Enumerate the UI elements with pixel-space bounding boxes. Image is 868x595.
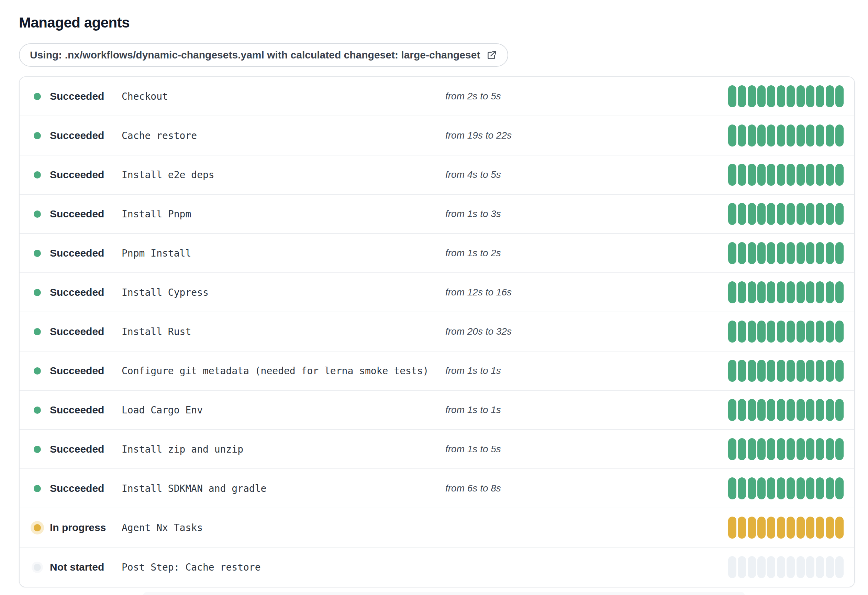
agent-segment[interactable] xyxy=(767,164,775,186)
agent-segment[interactable] xyxy=(767,281,775,303)
agent-segment[interactable] xyxy=(836,556,844,578)
agent-segment[interactable] xyxy=(787,477,795,499)
agent-segment[interactable] xyxy=(757,360,766,382)
agent-segment[interactable] xyxy=(757,242,766,264)
agent-segment[interactable] xyxy=(757,281,766,303)
agent-segment[interactable] xyxy=(797,321,805,343)
agent-segment[interactable] xyxy=(777,242,785,264)
agent-segment[interactable] xyxy=(767,85,775,107)
agent-segment[interactable] xyxy=(777,517,785,539)
agent-segment[interactable] xyxy=(806,477,814,499)
agent-segment[interactable] xyxy=(826,517,834,539)
agent-segment[interactable] xyxy=(787,85,795,107)
agent-segment[interactable] xyxy=(767,438,775,460)
agent-segment[interactable] xyxy=(787,517,795,539)
agent-segment[interactable] xyxy=(738,85,746,107)
agent-segment[interactable] xyxy=(787,556,795,578)
agent-segment[interactable] xyxy=(826,85,834,107)
agent-segment[interactable] xyxy=(728,556,737,578)
agent-segment[interactable] xyxy=(836,399,844,421)
agent-segment[interactable] xyxy=(748,399,756,421)
agent-segment[interactable] xyxy=(826,321,834,343)
agent-segment[interactable] xyxy=(826,164,834,186)
agent-segment[interactable] xyxy=(826,242,834,264)
agent-segment[interactable] xyxy=(836,85,844,107)
agent-segment[interactable] xyxy=(787,321,795,343)
agent-segment[interactable] xyxy=(797,556,805,578)
agent-segment[interactable] xyxy=(806,164,814,186)
agent-segment[interactable] xyxy=(738,556,746,578)
agent-segment[interactable] xyxy=(836,517,844,539)
agent-segment[interactable] xyxy=(816,281,824,303)
agent-segment[interactable] xyxy=(797,438,805,460)
agent-segment[interactable] xyxy=(816,556,824,578)
agent-segment[interactable] xyxy=(748,281,756,303)
agent-step-row[interactable]: Succeeded Checkout from 2s to 5s xyxy=(19,77,854,116)
agent-segment[interactable] xyxy=(816,360,824,382)
agent-segment[interactable] xyxy=(728,242,737,264)
agent-segment[interactable] xyxy=(836,203,844,225)
agent-segment[interactable] xyxy=(777,281,785,303)
agent-segment[interactable] xyxy=(797,399,805,421)
agent-segment[interactable] xyxy=(748,242,756,264)
agent-segment[interactable] xyxy=(767,242,775,264)
agent-segment[interactable] xyxy=(728,517,737,539)
agent-segment[interactable] xyxy=(836,164,844,186)
agent-segment[interactable] xyxy=(806,281,814,303)
agent-segment[interactable] xyxy=(738,517,746,539)
agent-segment[interactable] xyxy=(757,517,766,539)
agent-segment[interactable] xyxy=(738,360,746,382)
agent-segment[interactable] xyxy=(777,360,785,382)
agent-step-row[interactable]: Succeeded Load Cargo Env from 1s to 1s xyxy=(19,391,854,430)
agent-step-row[interactable]: Succeeded Pnpm Install from 1s to 2s xyxy=(19,234,854,273)
agent-segment[interactable] xyxy=(816,438,824,460)
agent-segment[interactable] xyxy=(728,399,737,421)
agent-segment[interactable] xyxy=(777,321,785,343)
agent-segment[interactable] xyxy=(816,399,824,421)
agent-segment[interactable] xyxy=(826,399,834,421)
agent-segment[interactable] xyxy=(767,477,775,499)
agent-segment[interactable] xyxy=(836,281,844,303)
agent-segment[interactable] xyxy=(797,85,805,107)
agent-segment[interactable] xyxy=(826,556,834,578)
agent-segment[interactable] xyxy=(738,203,746,225)
agent-segment[interactable] xyxy=(777,85,785,107)
agent-segment[interactable] xyxy=(748,203,756,225)
agent-segment[interactable] xyxy=(777,124,785,147)
agent-segment[interactable] xyxy=(787,124,795,147)
agent-segment[interactable] xyxy=(777,438,785,460)
agent-segment[interactable] xyxy=(787,360,795,382)
agent-segment[interactable] xyxy=(826,360,834,382)
agent-segment[interactable] xyxy=(728,164,737,186)
agent-segment[interactable] xyxy=(826,438,834,460)
agent-segment[interactable] xyxy=(787,164,795,186)
agent-segment[interactable] xyxy=(826,203,834,225)
agent-step-row[interactable]: Succeeded Install Pnpm from 1s to 3s xyxy=(19,195,854,234)
agent-step-row[interactable]: Succeeded Install e2e deps from 4s to 5s xyxy=(19,155,854,195)
agent-segment[interactable] xyxy=(806,556,814,578)
agent-segment[interactable] xyxy=(787,438,795,460)
agent-segment[interactable] xyxy=(836,477,844,499)
agent-segment[interactable] xyxy=(816,164,824,186)
agent-segment[interactable] xyxy=(826,477,834,499)
agent-segment[interactable] xyxy=(777,556,785,578)
agent-segment[interactable] xyxy=(787,242,795,264)
agent-segment[interactable] xyxy=(748,517,756,539)
agent-segment[interactable] xyxy=(738,242,746,264)
agent-segment[interactable] xyxy=(728,360,737,382)
agent-segment[interactable] xyxy=(797,164,805,186)
agent-segment[interactable] xyxy=(767,556,775,578)
agent-segment[interactable] xyxy=(757,164,766,186)
agent-segment[interactable] xyxy=(806,399,814,421)
agent-segment[interactable] xyxy=(836,321,844,343)
agent-step-row[interactable]: Not started Post Step: Cache restore xyxy=(19,548,854,587)
agent-segment[interactable] xyxy=(826,124,834,147)
agent-segment[interactable] xyxy=(728,281,737,303)
agent-step-row[interactable]: In progress Agent Nx Tasks xyxy=(19,508,854,548)
agent-segment[interactable] xyxy=(748,85,756,107)
agent-segment[interactable] xyxy=(738,321,746,343)
agent-segment[interactable] xyxy=(787,281,795,303)
agent-segment[interactable] xyxy=(806,321,814,343)
agent-segment[interactable] xyxy=(728,85,737,107)
agent-segment[interactable] xyxy=(836,438,844,460)
